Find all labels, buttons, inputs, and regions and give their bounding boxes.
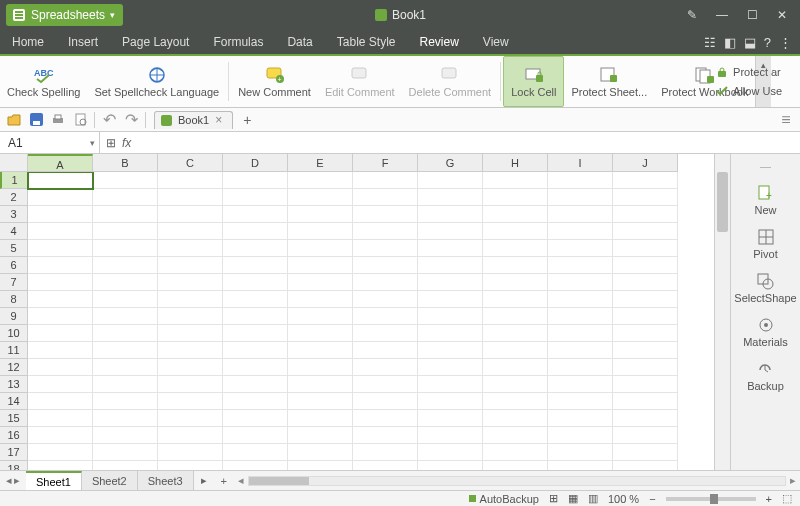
- column-header-F[interactable]: F: [353, 154, 418, 172]
- cell-F6[interactable]: [353, 257, 418, 274]
- reading-layout-button[interactable]: ▥: [588, 492, 598, 505]
- cell-H16[interactable]: [483, 427, 548, 444]
- cell-J10[interactable]: [613, 325, 678, 342]
- cell-E5[interactable]: [288, 240, 353, 257]
- autobackup-indicator[interactable]: AutoBackup: [469, 493, 539, 505]
- help-icon[interactable]: ?: [764, 35, 771, 50]
- cell-J1[interactable]: [613, 172, 678, 189]
- row-header-14[interactable]: 14: [0, 393, 28, 410]
- cell-D18[interactable]: [223, 461, 288, 470]
- column-header-I[interactable]: I: [548, 154, 613, 172]
- cell-D8[interactable]: [223, 291, 288, 308]
- cell-E3[interactable]: [288, 206, 353, 223]
- cell-D15[interactable]: [223, 410, 288, 427]
- cell-G8[interactable]: [418, 291, 483, 308]
- cell-C4[interactable]: [158, 223, 223, 240]
- row-header-13[interactable]: 13: [0, 376, 28, 393]
- cell-D3[interactable]: [223, 206, 288, 223]
- cell-H5[interactable]: [483, 240, 548, 257]
- cell-D7[interactable]: [223, 274, 288, 291]
- cell-D5[interactable]: [223, 240, 288, 257]
- cell-A16[interactable]: [28, 427, 93, 444]
- cell-J4[interactable]: [613, 223, 678, 240]
- cell-D9[interactable]: [223, 308, 288, 325]
- cell-F17[interactable]: [353, 444, 418, 461]
- name-box[interactable]: A1: [0, 136, 85, 150]
- cell-I7[interactable]: [548, 274, 613, 291]
- cell-J3[interactable]: [613, 206, 678, 223]
- cell-I5[interactable]: [548, 240, 613, 257]
- row-header-2[interactable]: 2: [0, 189, 28, 206]
- cell-F16[interactable]: [353, 427, 418, 444]
- spreadsheet-grid[interactable]: ABCDEFGHIJ 123456789101112131415161718: [0, 154, 714, 470]
- add-sheet-button[interactable]: +: [214, 475, 234, 487]
- cell-F18[interactable]: [353, 461, 418, 470]
- cell-I6[interactable]: [548, 257, 613, 274]
- cell-I8[interactable]: [548, 291, 613, 308]
- cell-F12[interactable]: [353, 359, 418, 376]
- cell-E10[interactable]: [288, 325, 353, 342]
- cell-E11[interactable]: [288, 342, 353, 359]
- tab-list-button[interactable]: ≡: [778, 112, 794, 128]
- cell-D2[interactable]: [223, 189, 288, 206]
- cell-G15[interactable]: [418, 410, 483, 427]
- select-all-corner[interactable]: [0, 154, 28, 172]
- cell-H8[interactable]: [483, 291, 548, 308]
- cell-C9[interactable]: [158, 308, 223, 325]
- cell-G7[interactable]: [418, 274, 483, 291]
- cell-I15[interactable]: [548, 410, 613, 427]
- cell-J15[interactable]: [613, 410, 678, 427]
- cell-C1[interactable]: [158, 172, 223, 189]
- cell-C10[interactable]: [158, 325, 223, 342]
- cell-G5[interactable]: [418, 240, 483, 257]
- cell-A10[interactable]: [28, 325, 93, 342]
- cell-B1[interactable]: [93, 172, 158, 189]
- cell-H4[interactable]: [483, 223, 548, 240]
- column-header-A[interactable]: A: [28, 154, 93, 172]
- cell-D1[interactable]: [223, 172, 288, 189]
- feedback-icon[interactable]: ✎: [678, 2, 706, 28]
- row-header-9[interactable]: 9: [0, 308, 28, 325]
- sheet-tab-2[interactable]: Sheet2: [82, 471, 138, 490]
- cell-I11[interactable]: [548, 342, 613, 359]
- cell-I4[interactable]: [548, 223, 613, 240]
- cell-B7[interactable]: [93, 274, 158, 291]
- cell-C8[interactable]: [158, 291, 223, 308]
- cell-H9[interactable]: [483, 308, 548, 325]
- cell-G4[interactable]: [418, 223, 483, 240]
- fx-icon[interactable]: fx: [122, 136, 131, 150]
- cell-H17[interactable]: [483, 444, 548, 461]
- cell-I10[interactable]: [548, 325, 613, 342]
- column-header-B[interactable]: B: [93, 154, 158, 172]
- vertical-scrollbar[interactable]: [714, 154, 730, 470]
- row-header-12[interactable]: 12: [0, 359, 28, 376]
- cell-A9[interactable]: [28, 308, 93, 325]
- cell-J14[interactable]: [613, 393, 678, 410]
- allow-users-button[interactable]: Allow Use: [715, 83, 782, 100]
- cell-D6[interactable]: [223, 257, 288, 274]
- cell-E18[interactable]: [288, 461, 353, 470]
- cell-D13[interactable]: [223, 376, 288, 393]
- cell-A8[interactable]: [28, 291, 93, 308]
- cell-A1[interactable]: [28, 172, 93, 189]
- cell-C3[interactable]: [158, 206, 223, 223]
- cell-C14[interactable]: [158, 393, 223, 410]
- print-button[interactable]: [50, 112, 66, 128]
- protect-area-button[interactable]: Protect ar: [715, 64, 782, 81]
- cell-J17[interactable]: [613, 444, 678, 461]
- cell-F5[interactable]: [353, 240, 418, 257]
- cell-E17[interactable]: [288, 444, 353, 461]
- save-button[interactable]: [28, 112, 44, 128]
- cell-E15[interactable]: [288, 410, 353, 427]
- cell-E7[interactable]: [288, 274, 353, 291]
- open-button[interactable]: [6, 112, 22, 128]
- row-header-18[interactable]: 18: [0, 461, 28, 470]
- cell-F3[interactable]: [353, 206, 418, 223]
- redo-button[interactable]: ↷: [123, 112, 139, 128]
- cell-J12[interactable]: [613, 359, 678, 376]
- cell-C5[interactable]: [158, 240, 223, 257]
- tab-review[interactable]: Review: [408, 30, 471, 56]
- cell-B18[interactable]: [93, 461, 158, 470]
- cell-J16[interactable]: [613, 427, 678, 444]
- maximize-button[interactable]: ☐: [738, 2, 766, 28]
